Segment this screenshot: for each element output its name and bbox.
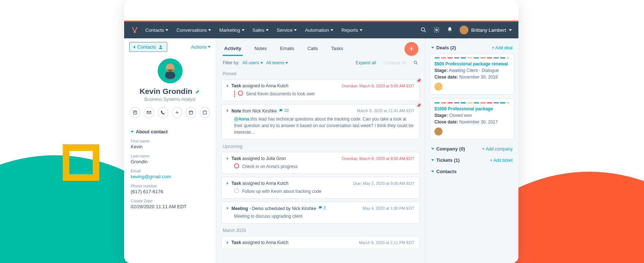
- filter-teams-label: All teams: [266, 60, 284, 65]
- nav-label: Conversations: [176, 27, 207, 33]
- nav-reports[interactable]: Reports: [341, 27, 363, 33]
- nav-sales[interactable]: Sales: [253, 27, 269, 33]
- task-status-icon[interactable]: [234, 188, 239, 193]
- deal-card[interactable]: $500 Professional package renewal Stage:…: [430, 53, 514, 95]
- task-button[interactable]: [186, 107, 196, 118]
- nav-marketing[interactable]: Marketing: [219, 27, 244, 33]
- contacts-panel-toggle[interactable]: Contacts: [430, 166, 514, 177]
- email-button[interactable]: [144, 107, 154, 118]
- comment-count-badge[interactable]: 2: [318, 206, 326, 210]
- activity-card[interactable]: Meeting - Demo scheduled by Nick Kirshke…: [221, 202, 420, 224]
- task-status-icon[interactable]: [234, 163, 239, 168]
- field-value: Grondin: [131, 159, 209, 164]
- panel-label: Company (0): [436, 146, 465, 152]
- svg-line-4: [135, 28, 137, 32]
- meeting-button[interactable]: [200, 107, 210, 118]
- activity-feed: Activity Notes Emails Calls Tasks + Filt…: [216, 38, 425, 263]
- add-deal-button[interactable]: + Add deal: [492, 45, 513, 50]
- svg-rect-11: [165, 72, 175, 79]
- nav-contacts[interactable]: Contacts: [145, 27, 168, 33]
- add-activity-button[interactable]: +: [405, 42, 418, 56]
- contact-avatar[interactable]: [158, 58, 183, 83]
- actions-dropdown[interactable]: Actions: [191, 44, 211, 50]
- field-email[interactable]: Email keving@gmail.com: [131, 169, 209, 179]
- add-company-button[interactable]: + Add company: [482, 146, 513, 152]
- hubspot-logo-icon[interactable]: [131, 26, 139, 34]
- filter-users-dropdown[interactable]: All users: [242, 60, 263, 65]
- activity-card[interactable]: 📌 Task assigned to Anna Kutch Overdue: M…: [221, 79, 420, 101]
- user-menu[interactable]: Brittany Lambert: [460, 26, 512, 34]
- svg-line-22: [417, 64, 418, 65]
- user-name: Brittany Lambert: [471, 27, 506, 33]
- expand-card-icon[interactable]: [227, 157, 229, 160]
- task-status-icon[interactable]: [238, 91, 243, 96]
- search-icon[interactable]: [420, 27, 427, 33]
- card-title: Task assigned to Anna Kutch: [231, 240, 356, 245]
- gear-icon[interactable]: [433, 27, 440, 33]
- card-timestamp: Overdue: March 8, 2020 at 9:00 AM EDT: [342, 84, 414, 88]
- expand-card-icon[interactable]: [227, 241, 229, 244]
- nav-conversations[interactable]: Conversations: [176, 27, 211, 33]
- tab-tasks[interactable]: Tasks: [330, 42, 345, 56]
- search-activities-icon[interactable]: [413, 60, 418, 65]
- deal-stage-indicator: [434, 102, 509, 103]
- tab-calls[interactable]: Calls: [306, 42, 319, 56]
- back-to-contacts-button[interactable]: Contacts: [129, 42, 167, 52]
- deal-stage: Stage: Closed won: [434, 113, 509, 118]
- expand-all-button[interactable]: Expand all: [356, 60, 376, 65]
- tab-notes[interactable]: Notes: [253, 42, 268, 56]
- pin-icon[interactable]: 📌: [415, 102, 422, 108]
- activity-card[interactable]: Task assigned to Julia Gron Overdue: Mar…: [221, 152, 420, 174]
- panel-label: Tickets (1): [436, 157, 460, 163]
- field-phone[interactable]: Phone number (617) 617-6176: [131, 184, 209, 194]
- deals-panel-toggle[interactable]: Deals (2) + Add deal: [430, 42, 514, 53]
- activity-card[interactable]: Task assigned to Anna Kutch March 9, 202…: [221, 236, 420, 249]
- field-first-name[interactable]: First name Kevin: [131, 139, 209, 149]
- expand-card-icon[interactable]: [227, 182, 229, 185]
- chevron-down-icon: [330, 29, 333, 31]
- field-create-date[interactable]: Create Date 02/28/2020 11:11 AM EDT: [131, 199, 209, 209]
- deal-owner-avatar[interactable]: [434, 127, 442, 136]
- field-value: 02/28/2020 11:11 AM EDT: [131, 204, 209, 209]
- card-timestamp: May 4, 2020 at 1:30 PM EDT: [363, 206, 414, 210]
- bell-icon[interactable]: [446, 27, 453, 33]
- company-panel-toggle[interactable]: Company (0) + Add company: [430, 143, 514, 155]
- nav-service[interactable]: Service: [277, 27, 297, 33]
- expand-card-icon[interactable]: [227, 109, 229, 112]
- chevron-down-icon: [208, 29, 211, 31]
- log-button[interactable]: [172, 107, 182, 118]
- deal-owner-avatar[interactable]: [434, 83, 442, 91]
- field-last-name[interactable]: Last name Grondin: [131, 154, 209, 164]
- about-contact-toggle[interactable]: About contact: [131, 129, 209, 134]
- expand-card-icon[interactable]: [227, 207, 229, 210]
- chevron-down-icon: [285, 62, 288, 64]
- tab-emails[interactable]: Emails: [279, 42, 296, 56]
- edit-name-button[interactable]: [195, 89, 200, 94]
- deal-title[interactable]: $1000 Professional package: [434, 106, 509, 111]
- note-button[interactable]: [130, 107, 140, 118]
- tickets-panel-toggle[interactable]: Tickets (1) + Add ticket: [430, 155, 514, 166]
- activity-card[interactable]: Task assigned to Anna Kutch Due: May 2, …: [221, 177, 420, 199]
- svg-point-21: [414, 61, 417, 64]
- tab-activity[interactable]: Activity: [223, 42, 243, 56]
- chevron-left-icon: [133, 46, 135, 49]
- chevron-down-icon: [509, 29, 512, 31]
- chevron-down-icon: [260, 62, 263, 64]
- activity-card[interactable]: 📌 Note from Nick Kirshke10 March 9, 2020…: [221, 104, 420, 140]
- mention-link[interactable]: @Anna: [234, 117, 249, 122]
- deal-title[interactable]: $500 Professional package renewal: [434, 61, 509, 66]
- call-button[interactable]: [158, 107, 168, 118]
- card-title: Task assigned to Anna Kutch: [231, 181, 350, 186]
- add-ticket-button[interactable]: + Add ticket: [490, 158, 513, 163]
- deal-card[interactable]: $1000 Professional package Stage: Closed…: [430, 98, 514, 140]
- nav-automation[interactable]: Automation: [305, 27, 333, 33]
- background-yellow-square: [63, 144, 99, 181]
- filter-teams-dropdown[interactable]: All teams: [266, 60, 288, 65]
- comment-count-badge[interactable]: 10: [279, 108, 288, 113]
- chevron-down-icon: [294, 29, 297, 31]
- expand-card-icon[interactable]: [227, 84, 229, 87]
- pin-icon[interactable]: 📌: [415, 77, 422, 84]
- user-avatar-icon: [460, 26, 468, 34]
- chevron-down-icon: [131, 131, 134, 133]
- collapse-all-button: Collapse all: [383, 60, 406, 65]
